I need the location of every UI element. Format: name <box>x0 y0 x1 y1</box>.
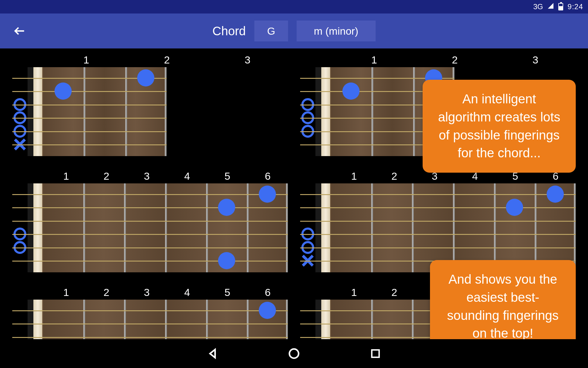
chord-label: Chord <box>213 24 246 38</box>
fret-number: 5 <box>207 170 248 182</box>
network-label: 3G <box>533 2 543 11</box>
chord-diagram[interactable]: 123 <box>12 54 288 156</box>
fret-number: 2 <box>86 286 127 298</box>
fret-number: 1 <box>334 286 374 298</box>
chord-diagram[interactable]: 123456 <box>300 170 576 272</box>
finger-dot <box>218 199 235 216</box>
fret-number: 2 <box>374 286 415 298</box>
fret-number: 5 <box>207 286 248 298</box>
open-string-marker <box>13 228 26 240</box>
android-nav-bar <box>0 339 588 368</box>
fret-number: 4 <box>167 286 207 298</box>
fret-number: 3 <box>495 54 576 66</box>
fret-number: 3 <box>126 286 167 298</box>
fret-number: 6 <box>247 170 288 182</box>
fret-number: 4 <box>167 170 207 182</box>
signal-icon <box>547 2 554 11</box>
open-string-marker <box>13 241 26 254</box>
finger-dot <box>259 186 276 203</box>
svg-rect-1 <box>372 350 379 357</box>
nav-back-icon[interactable] <box>205 347 220 361</box>
chord-diagram[interactable]: 123456 <box>12 170 288 272</box>
finger-dot <box>506 199 523 216</box>
finger-dot <box>259 302 276 319</box>
svg-point-0 <box>289 349 299 358</box>
nav-home-icon[interactable] <box>287 347 301 361</box>
open-string-marker <box>13 111 26 124</box>
tooltip-callout: An intelligent algorithm creates lots of… <box>423 80 576 173</box>
fret-number: 2 <box>126 54 207 66</box>
finger-dot <box>137 69 154 86</box>
finger-dot <box>342 82 360 100</box>
fret-number: 3 <box>126 170 167 182</box>
open-string-marker <box>301 125 314 138</box>
fret-number: 3 <box>207 54 288 66</box>
fret-number: 2 <box>414 54 495 66</box>
nav-recent-icon[interactable] <box>368 347 383 361</box>
fret-number: 1 <box>46 286 86 298</box>
fret-number: 2 <box>374 170 415 182</box>
fret-number: 6 <box>247 286 288 298</box>
fret-number: 1 <box>334 170 374 182</box>
open-string-marker <box>301 98 314 111</box>
chord-quality-selector[interactable]: m (minor) <box>296 21 375 41</box>
chord-root-selector[interactable]: G <box>254 21 288 41</box>
app-bar: Chord G m (minor) <box>0 13 588 48</box>
open-string-marker <box>301 241 314 254</box>
fret-number: 1 <box>334 54 414 66</box>
fret-number: 1 <box>46 170 86 182</box>
muted-string-marker <box>13 138 26 151</box>
open-string-marker <box>301 111 314 124</box>
android-status-bar: 3G 9:24 <box>0 0 588 13</box>
open-string-marker <box>13 125 26 138</box>
chord-results: 123 123 123456 123456 123456 123456 An i… <box>0 48 588 339</box>
finger-dot <box>547 186 564 203</box>
clock: 9:24 <box>567 2 583 11</box>
back-button[interactable] <box>12 24 27 38</box>
finger-dot <box>218 252 235 269</box>
open-string-marker <box>301 228 314 240</box>
finger-dot <box>55 82 72 100</box>
battery-icon <box>558 3 563 10</box>
muted-string-marker <box>301 254 314 267</box>
open-string-marker <box>13 98 26 111</box>
fret-number: 1 <box>46 54 126 66</box>
fret-number: 2 <box>86 170 127 182</box>
